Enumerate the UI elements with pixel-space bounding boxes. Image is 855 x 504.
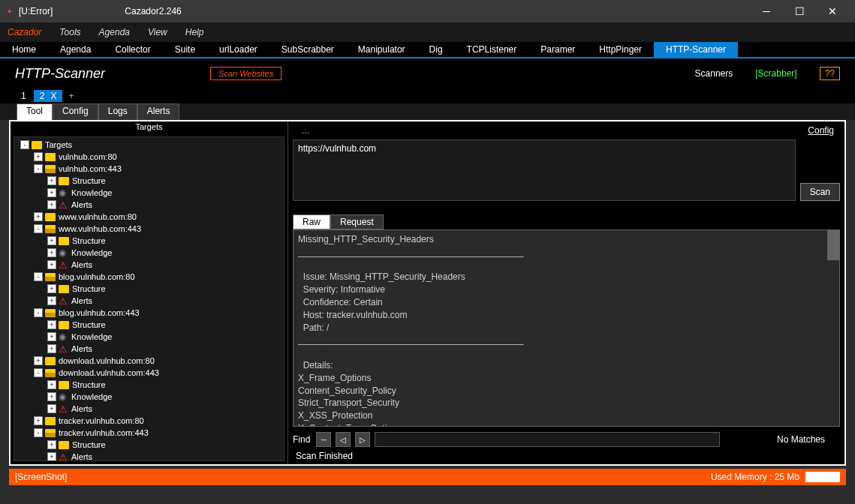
expand-icon[interactable]: - [34, 428, 43, 437]
maximize-button[interactable]: ☐ [783, 0, 816, 22]
tree-node[interactable]: +Alerts [16, 295, 282, 307]
scrabber-link[interactable]: [Scrabber] [755, 68, 796, 79]
add-tab-button[interactable]: + [64, 91, 78, 101]
tab-dig[interactable]: Dig [417, 42, 455, 57]
cfgtab-alerts[interactable]: Alerts [137, 104, 180, 120]
tree-node[interactable]: +Structure [16, 235, 282, 247]
tree-node[interactable]: +Structure [16, 379, 282, 391]
tab-home[interactable]: Home [0, 42, 48, 57]
tree-node[interactable]: -Targets [16, 139, 282, 151]
menu-tools[interactable]: Tools [59, 27, 80, 38]
close-tab-icon[interactable]: X [50, 91, 56, 101]
tab-tcplistener[interactable]: TCPListener [455, 42, 529, 57]
tree-node[interactable]: +Alerts [16, 259, 282, 271]
tree-node[interactable]: +Structure [16, 175, 282, 187]
menu-cazador[interactable]: Cazador [8, 27, 41, 38]
expand-icon[interactable]: + [47, 452, 56, 461]
screenshot-label[interactable]: [ScreenShot] [15, 472, 67, 482]
expand-icon[interactable]: + [47, 296, 56, 305]
expand-icon[interactable]: + [47, 284, 56, 293]
session-tab-1[interactable]: 1 [15, 90, 32, 102]
close-button[interactable]: ✕ [816, 0, 849, 22]
tree-node[interactable]: +Alerts [16, 199, 282, 211]
scrollbar-thumb[interactable] [827, 230, 839, 260]
expand-icon[interactable]: + [47, 200, 56, 209]
tree-node[interactable]: +Structure [16, 283, 282, 295]
expand-icon[interactable]: + [47, 440, 56, 449]
tree-node[interactable]: +www.vulnhub.com:80 [16, 211, 282, 223]
expand-icon[interactable]: - [20, 140, 29, 149]
tree-node[interactable]: +vulnhub.com:80 [16, 151, 282, 163]
expand-icon[interactable]: + [47, 392, 56, 401]
find-collapse-button[interactable]: ─ [316, 432, 331, 447]
session-tab-2[interactable]: 2X [34, 90, 63, 102]
expand-icon[interactable]: + [47, 332, 56, 341]
rawtab-request[interactable]: Request [330, 214, 384, 230]
cfgtab-logs[interactable]: Logs [98, 104, 137, 120]
expand-icon[interactable]: + [47, 320, 56, 329]
tree-node[interactable]: +Structure [16, 439, 282, 451]
find-input[interactable] [375, 432, 720, 447]
tree-node[interactable]: +Alerts [16, 343, 282, 355]
menu-help[interactable]: Help [185, 27, 204, 38]
targets-tree[interactable]: -Targets+vulnhub.com:80-vulnhub.com:443+… [14, 136, 284, 461]
find-bar: Find ─ ◁ ▷ No Matches [293, 430, 840, 449]
menu-view[interactable]: View [148, 27, 167, 38]
expand-icon[interactable]: + [47, 344, 56, 353]
tree-node[interactable]: -blog.vulnhub.com:443 [16, 307, 282, 319]
tree-node[interactable]: -vulnhub.com:443 [16, 163, 282, 175]
tree-node[interactable]: +Knowledge [16, 247, 282, 259]
raw-output[interactable]: Missing_HTTP_Security_Headers __________… [293, 230, 840, 427]
scan-websites-button[interactable]: Scan Websites [210, 67, 281, 80]
expand-icon[interactable]: - [34, 164, 43, 173]
minimize-button[interactable]: ─ [750, 0, 783, 22]
tab-collector[interactable]: Collector [103, 42, 162, 57]
expand-icon[interactable]: + [47, 260, 56, 269]
tab-httppinger[interactable]: HttpPinger [587, 42, 654, 57]
find-next-button[interactable]: ▷ [355, 432, 370, 447]
expand-icon[interactable]: + [34, 152, 43, 161]
tree-node[interactable]: -tracker.vulnhub.com:443 [16, 427, 282, 439]
expand-icon[interactable]: + [47, 404, 56, 413]
expand-icon[interactable]: - [34, 308, 43, 317]
scanners-link[interactable]: Scanners [695, 68, 733, 79]
tree-node[interactable]: +Knowledge [16, 187, 282, 199]
expand-icon[interactable]: + [47, 188, 56, 197]
tab-subscrabber[interactable]: SubScrabber [269, 42, 346, 57]
tree-node[interactable]: -download.vulnhub.com:443 [16, 367, 282, 379]
expand-icon[interactable]: + [47, 248, 56, 257]
find-prev-button[interactable]: ◁ [336, 432, 351, 447]
expand-icon[interactable]: + [34, 416, 43, 425]
tree-node[interactable]: +Structure [16, 319, 282, 331]
tab-suite[interactable]: Suite [163, 42, 207, 57]
tab-agenda[interactable]: Agenda [48, 42, 103, 57]
menu-agenda[interactable]: Agenda [99, 27, 130, 38]
expand-icon[interactable]: - [34, 368, 43, 377]
help-button[interactable]: ?? [820, 67, 840, 80]
cfgtab-tool[interactable]: Tool [17, 104, 53, 120]
expand-icon[interactable]: - [34, 224, 43, 233]
expand-icon[interactable]: - [34, 272, 43, 281]
url-input[interactable] [293, 140, 796, 201]
expand-icon[interactable]: + [47, 380, 56, 389]
expand-icon[interactable]: + [47, 236, 56, 245]
tree-node[interactable]: -www.vulnhub.com:443 [16, 223, 282, 235]
config-link[interactable]: Config [808, 125, 834, 136]
cfgtab-config[interactable]: Config [53, 104, 98, 120]
tree-node[interactable]: +Knowledge [16, 391, 282, 403]
tree-node[interactable]: +Alerts [16, 403, 282, 415]
expand-icon[interactable]: + [47, 176, 56, 185]
tab-paramer[interactable]: Paramer [528, 42, 587, 57]
tree-node[interactable]: +Alerts [16, 451, 282, 461]
tab-urlloader[interactable]: urlLoader [207, 42, 269, 57]
scan-button[interactable]: Scan [800, 183, 840, 201]
tab-manipulator[interactable]: Manipulator [346, 42, 417, 57]
tab-http-scanner[interactable]: HTTP-Scanner [654, 42, 738, 57]
tree-node[interactable]: +download.vulnhub.com:80 [16, 355, 282, 367]
tree-node[interactable]: -blog.vulnhub.com:80 [16, 271, 282, 283]
tree-node[interactable]: +tracker.vulnhub.com:80 [16, 415, 282, 427]
tree-node[interactable]: +Knowledge [16, 331, 282, 343]
expand-icon[interactable]: + [34, 356, 43, 365]
rawtab-raw[interactable]: Raw [293, 214, 330, 230]
expand-icon[interactable]: + [34, 212, 43, 221]
